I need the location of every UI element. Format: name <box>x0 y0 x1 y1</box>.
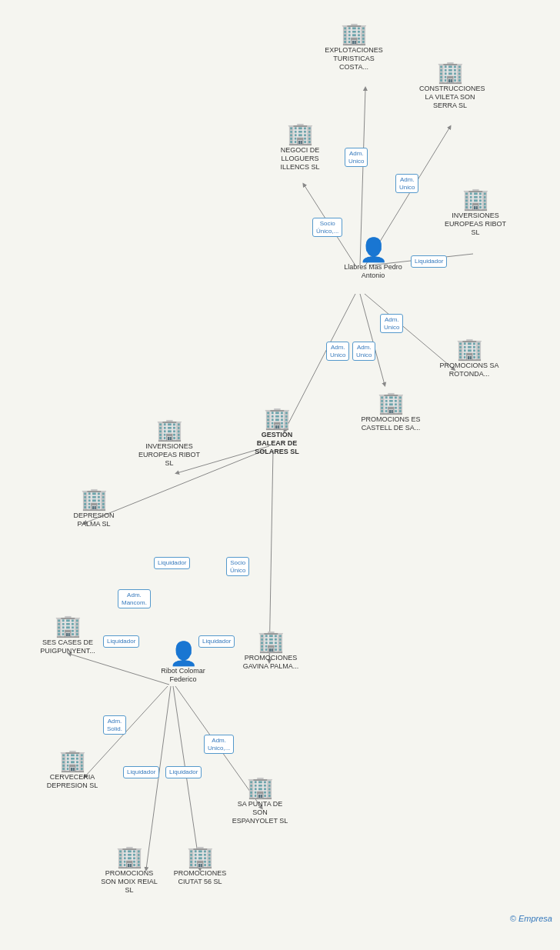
node-promocions-son-moix: 🏢 PROMOCIONS SON MOIX REIAL SL <box>98 846 160 894</box>
node-promocions-ciutat: 🏢 PROMOCIONES CIUTAT 56 SL <box>169 846 231 886</box>
node-ribot-colomar: 👤 Ribot Colomar Federico <box>152 642 214 684</box>
node-inversiones-mid: 🏢 INVERSIONES EUROPEAS RIBOT SL <box>138 419 200 467</box>
badge-adm-unico-2: Adm.Unico <box>395 174 418 193</box>
node-label: PROMOCIONS SON MOIX REIAL SL <box>98 869 160 894</box>
node-explotaciones: 🏢 EXPLOTACIONES TURISTICAS COSTA... <box>323 23 385 71</box>
node-label: PROMOCIONS SA ROTONDA... <box>438 362 500 378</box>
diagram-container: 🏢 EXPLOTACIONES TURISTICAS COSTA... 🏢 CO… <box>0 0 560 931</box>
node-label: SA PUNTA DE SON ESPANYOLET SL <box>229 800 291 825</box>
badge-liquidador-top: Liquidador <box>411 255 447 268</box>
building-icon: 🏢 <box>287 123 314 145</box>
node-inversiones-top: 🏢 INVERSIONES EUROPEAS RIBOT SL <box>445 188 506 236</box>
building-icon: 🏢 <box>247 777 274 798</box>
node-label: NEGOCI DE LLOGUERS ILLENCS SL <box>269 146 331 171</box>
building-icon: 🏢 <box>437 62 464 83</box>
person-icon: 👤 <box>359 238 388 262</box>
node-promocions-rotonda: 🏢 PROMOCIONS SA ROTONDA... <box>438 338 500 378</box>
node-construcciones: 🏢 CONSTRUCCIONES LA VILETA SON SERRA SL <box>419 62 481 109</box>
badge-adm-mancom: Adm.Mancom. <box>118 589 151 608</box>
badge-adm-unico-4: Adm.Unico <box>326 342 349 361</box>
building-icon: 🏢 <box>187 846 214 868</box>
badge-adm-unico-6: Adm.Unico,... <box>204 735 234 754</box>
node-label: CERVECERIA DEPRESION SL <box>42 773 103 790</box>
watermark-text: © Empresa <box>510 914 552 923</box>
node-label: EXPLOTACIONES TURISTICAS COSTA... <box>323 46 385 71</box>
node-label: Ribot Colomar Federico <box>152 667 214 684</box>
watermark: © Empresa <box>510 914 552 923</box>
node-label: Llabres Mas Pedro Antonio <box>342 263 404 280</box>
svg-line-5 <box>360 294 385 385</box>
node-gestion-balear: 🏢 GESTION BALEAR DE SOLARES SL <box>246 408 308 455</box>
node-label: INVERSIONES EUROPEAS RIBOT SL <box>445 212 506 236</box>
node-ses-cases: 🏢 SES CASES DE PUIGPUNYENT... <box>37 615 98 655</box>
node-promociones-gavina: 🏢 PROMOCIONES GAVINA PALMA... <box>240 631 302 671</box>
node-label: PROMOCIONES CIUTAT 56 SL <box>169 869 231 886</box>
node-label: CONSTRUCCIONES LA VILETA SON SERRA SL <box>419 85 481 109</box>
badge-liquidador-4: Liquidador <box>165 766 202 778</box>
badge-liquidador-2: Liquidador <box>198 635 235 648</box>
building-icon: 🏢 <box>81 488 108 510</box>
building-icon: 🏢 <box>59 750 86 772</box>
building-icon: 🏢 <box>258 631 285 652</box>
badge-adm-unico-3: Adm.Unico <box>380 314 403 333</box>
badge-liquidador-ses-cases: Liquidador <box>103 635 139 648</box>
node-label: DEPRESION PALMA SL <box>63 512 125 528</box>
node-depresion-palma: 🏢 DEPRESION PALMA SL <box>63 488 125 528</box>
node-promocions-castell: 🏢 PROMOCIONS ES CASTELL DE SA... <box>360 392 422 432</box>
node-label: PROMOCIONES GAVINA PALMA... <box>240 654 302 671</box>
building-icon: 🏢 <box>156 419 183 441</box>
building-icon-red: 🏢 <box>264 408 291 429</box>
building-icon: 🏢 <box>55 615 82 637</box>
node-label: SES CASES DE PUIGPUNYENT... <box>37 638 98 655</box>
node-label: PROMOCIONS ES CASTELL DE SA... <box>360 415 422 432</box>
badge-liquidador-3: Liquidador <box>123 766 159 778</box>
node-label: GESTION BALEAR DE SOLARES SL <box>246 431 308 455</box>
building-icon: 🏢 <box>462 188 489 210</box>
badge-adm-solid: Adm.Solid. <box>103 715 126 735</box>
badge-socio-unico-top: SocioÚnico,... <box>312 218 342 237</box>
person-icon: 👤 <box>169 642 198 665</box>
node-llabres: 👤 Llabres Mas Pedro Antonio <box>342 238 404 280</box>
building-icon: 🏢 <box>116 846 143 868</box>
node-negoci: 🏢 NEGOCI DE LLOGUERS ILLENCS SL <box>269 123 331 171</box>
badge-adm-unico-5: Adm.Unico <box>352 342 375 361</box>
node-sa-punta: 🏢 SA PUNTA DE SON ESPANYOLET SL <box>229 777 291 825</box>
badge-socio-unico-mid: SocioÚnico <box>226 557 249 576</box>
building-icon: 🏢 <box>341 23 368 45</box>
badge-adm-unico-1: Adm.Unico <box>345 148 368 167</box>
badge-liquidador-mid: Liquidador <box>154 557 190 569</box>
node-label: INVERSIONES EUROPEAS RIBOT SL <box>138 442 200 467</box>
building-icon: 🏢 <box>378 392 405 414</box>
building-icon: 🏢 <box>456 338 483 360</box>
node-cerveceria: 🏢 CERVECERIA DEPRESION SL <box>42 750 103 790</box>
